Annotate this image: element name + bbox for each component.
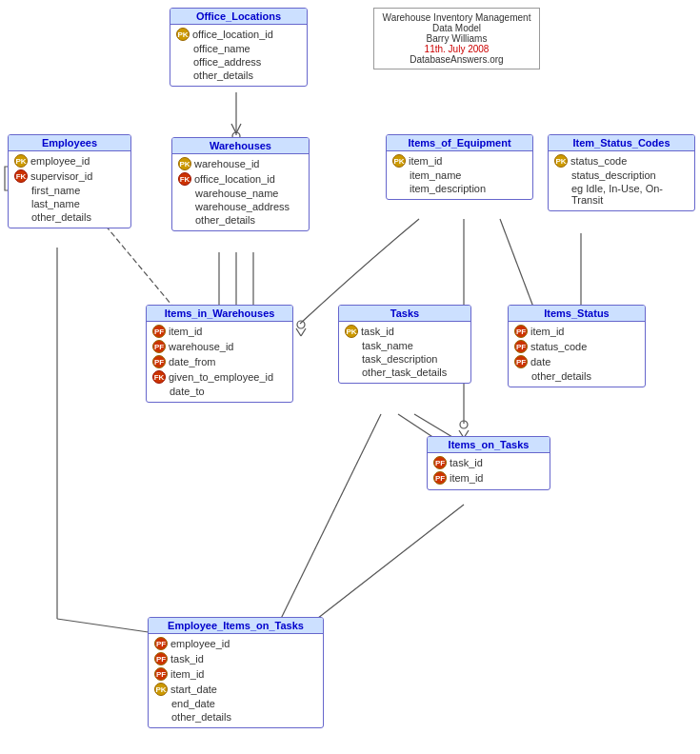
svg-line-29 (500, 219, 534, 309)
entity-items-status-header: Items_Status (509, 306, 645, 322)
entity-items-in-warehouses-header: Items_in_Warehouses (147, 306, 292, 322)
svg-point-22 (297, 321, 305, 328)
info-line1: Warehouse Inventory Management (382, 12, 531, 23)
info-line2: Data Model (382, 23, 531, 33)
entity-office-locations: Office_Locations PKoffice_location_id of… (170, 8, 308, 87)
entity-items-of-equipment-header: Items_of_Equipment (387, 135, 532, 151)
entity-item-status-codes: Item_Status_Codes PKstatus_code status_d… (548, 134, 695, 211)
entity-items-of-equipment: Items_of_Equipment PKitem_id item_name i… (386, 134, 533, 200)
svg-line-1 (231, 124, 236, 133)
entity-items-on-tasks-header: Items_on_Tasks (428, 437, 550, 453)
entity-tasks-header: Tasks (339, 306, 470, 322)
entity-item-status-codes-header: Item_Status_Codes (549, 135, 694, 151)
entity-warehouses-header: Warehouses (172, 138, 309, 154)
entity-items-status: Items_Status PFitem_id PFstatus_code PFd… (508, 305, 646, 387)
svg-line-2 (236, 124, 241, 133)
entity-warehouses: Warehouses PKwarehouse_id FKoffice_locat… (171, 137, 310, 231)
entity-tasks: Tasks PKtask_id task_name task_descripti… (338, 305, 471, 384)
info-box: Warehouse Inventory Management Data Mode… (373, 8, 540, 69)
diagram: Warehouse Inventory Management Data Mode… (0, 0, 700, 754)
entity-employees: Employees PKemployee_id FKsupervisor_id … (8, 134, 131, 228)
svg-point-26 (460, 421, 468, 428)
entity-employee-items-on-tasks-header: Employee_Items_on_Tasks (149, 618, 323, 634)
info-line3: Barry Williams (382, 33, 531, 44)
svg-line-23 (296, 328, 301, 336)
entity-items-in-warehouses: Items_in_Warehouses PFitem_id PFwarehous… (146, 305, 293, 403)
entity-office-locations-header: Office_Locations (170, 9, 307, 25)
svg-line-45 (305, 505, 464, 628)
svg-line-24 (301, 328, 306, 336)
info-line4: 11th. July 2008 (382, 44, 531, 54)
entity-items-on-tasks: Items_on_Tasks PFtask_id PFitem_id (427, 436, 550, 490)
entity-employees-header: Employees (9, 135, 130, 151)
svg-line-54 (276, 414, 381, 628)
info-line5: DatabaseAnswers.org (382, 54, 531, 65)
entity-employee-items-on-tasks: Employee_Items_on_Tasks PFemployee_id PF… (148, 617, 324, 728)
